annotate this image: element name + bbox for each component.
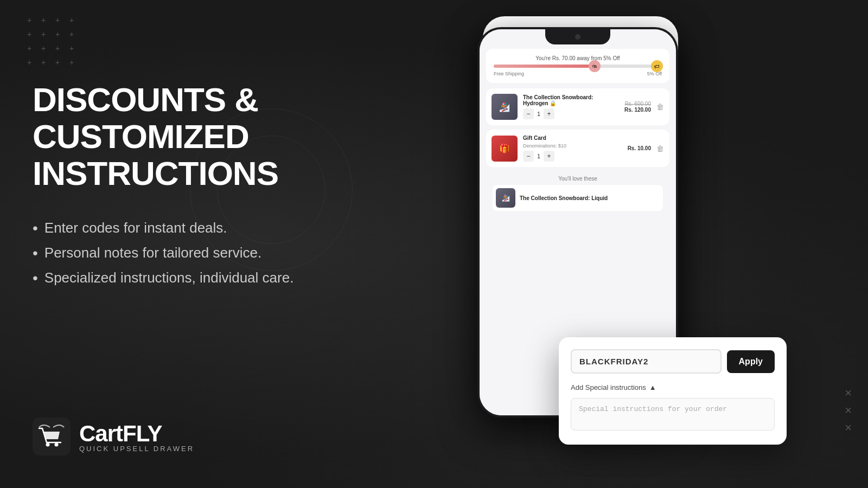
logo-area: CartFLY QUICK UPSELL DRAWER <box>33 418 194 455</box>
coupon-row: Apply <box>571 349 775 374</box>
cart-item-snowboard: 🏂 The Collection Snowboard: Hydrogen 🔒 −… <box>486 88 669 125</box>
logo-subtitle: QUICK UPSELL DRAWER <box>79 445 194 453</box>
snowboard-qty-increase[interactable]: + <box>544 108 554 119</box>
snowboard-qty-row: − 1 + <box>523 108 619 119</box>
giftcard-qty-increase[interactable]: + <box>544 151 554 162</box>
progress-labels: Free Shipping 5% Off <box>494 71 662 76</box>
snowboard-details: The Collection Snowboard: Hydrogen 🔒 − 1… <box>523 94 619 119</box>
phone-notch <box>545 29 610 44</box>
bullet-item-3: Specialized instructions, individual car… <box>33 269 423 287</box>
love-title: You'll love these <box>493 176 663 182</box>
special-instructions-textarea[interactable]: Special instructions for your order <box>571 398 775 431</box>
svg-point-1 <box>46 443 50 447</box>
x-mark-3: × <box>845 422 852 434</box>
cartfly-logo-icon <box>33 418 71 455</box>
giftcard-name: Gift Card <box>523 135 622 141</box>
bullet-item-2: Personal notes for tailored service. <box>33 245 423 262</box>
mockup-area: You're Rs. 70.00 away from 5% Off 🛍 🏷 Fr… <box>472 11 825 477</box>
discount-card: Apply Add Special instructions ▲ Special… <box>559 337 787 445</box>
progress-section: You're Rs. 70.00 away from 5% Off 🛍 🏷 Fr… <box>486 49 669 83</box>
snowboard-qty-decrease[interactable]: − <box>523 108 534 119</box>
giftcard-qty: 1 <box>537 153 540 159</box>
giftcard-price: Rs. 10.00 <box>628 145 651 151</box>
love-item-thumbnail: 🏂 <box>496 188 515 208</box>
love-item-liquid: 🏂 The Collection Snowboard: Liquid <box>493 185 663 211</box>
progress-label-left: Free Shipping <box>494 71 524 76</box>
cart-item-giftcard: 🎁 Gift Card Denominations: $10 − 1 + Rs.… <box>486 130 669 167</box>
snowboard-price: Rs. 600.00 Rs. 120.00 <box>624 101 651 113</box>
x-marks-decoration: × × × <box>845 387 852 434</box>
giftcard-delete-icon[interactable]: 🗑 <box>656 144 664 153</box>
progress-marker: 🛍 <box>589 60 601 72</box>
progress-bar: 🛍 🏷 <box>494 65 662 68</box>
snowboard-qty: 1 <box>537 111 540 117</box>
svg-point-2 <box>55 443 59 447</box>
giftcard-subtitle: Denominations: $10 <box>523 143 622 149</box>
progress-text: You're Rs. 70.00 away from 5% Off <box>494 55 662 61</box>
left-panel: DISCOUNTS & CUSTOMIZED INSTRUCTIONS Ente… <box>33 81 423 330</box>
main-title: DISCOUNTS & CUSTOMIZED INSTRUCTIONS <box>33 81 423 192</box>
bullet-item-1: Enter codes for instant deals. <box>33 220 423 237</box>
feature-list: Enter codes for instant deals. Personal … <box>33 220 423 287</box>
love-section: You'll love these 🏂 The Collection Snowb… <box>486 171 669 215</box>
logo-text: CartFLY QUICK UPSELL DRAWER <box>79 421 194 453</box>
logo-name: CartFLY <box>79 421 194 447</box>
giftcard-qty-decrease[interactable]: − <box>523 151 534 162</box>
giftcard-details: Gift Card Denominations: $10 − 1 + <box>523 135 622 162</box>
notch-camera <box>575 34 580 40</box>
snowboard-name: The Collection Snowboard: Hydrogen 🔒 <box>523 94 619 106</box>
progress-label-right: 5% Off <box>647 71 662 76</box>
special-instructions-toggle[interactable]: Add Special instructions ▲ <box>571 383 775 391</box>
progress-end-badge: 🏷 <box>651 60 663 72</box>
x-mark-1: × <box>845 387 852 399</box>
coupon-input[interactable] <box>571 349 722 374</box>
love-item-name: The Collection Snowboard: Liquid <box>520 195 608 201</box>
giftcard-thumbnail: 🎁 <box>492 136 518 162</box>
plus-grid-decoration: ++++ ++++ ++++ ++++ <box>27 16 79 68</box>
snowboard-thumbnail: 🏂 <box>492 94 518 120</box>
progress-fill <box>494 65 595 68</box>
apply-button[interactable]: Apply <box>727 350 775 373</box>
x-mark-2: × <box>845 404 852 416</box>
giftcard-qty-row: − 1 + <box>523 151 622 162</box>
snowboard-delete-icon[interactable]: 🗑 <box>656 102 664 111</box>
